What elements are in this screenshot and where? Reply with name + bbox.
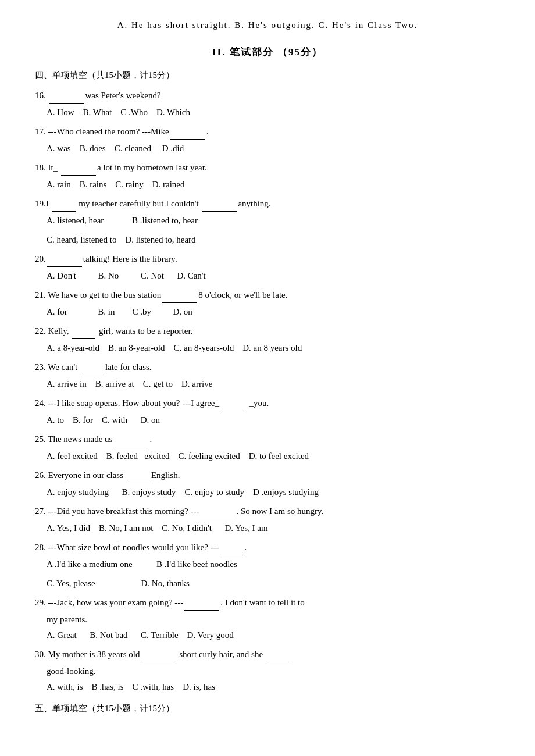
question-19: 19.I my teacher carefully but I couldn't…	[35, 196, 500, 248]
question-28: 28. ---What size bowl of noodles would y…	[35, 540, 500, 591]
question-21: 21. We have to get to the bus station8 o…	[35, 287, 500, 320]
q26-options: A. enjoy studying B. enjoys study C. enj…	[47, 484, 500, 500]
question-29: 29. ---Jack, how was your exam going? --…	[35, 595, 500, 643]
top-line: A. He has short straight. B. He's outgoi…	[35, 17, 500, 33]
q28-text: 28. ---What size bowl of noodles would y…	[35, 540, 500, 555]
q19-options-1: A. listened, hear B .listened to, hear	[47, 213, 500, 229]
q16-text: 16. was Peter's weekend?	[35, 88, 500, 104]
q30-text: 30. My mother is 38 years old short curl…	[35, 647, 500, 662]
q18-text: 18. It_ a lot in my hometown last year.	[35, 160, 500, 176]
q24-text: 24. ---I like soap operas. How about you…	[35, 395, 500, 411]
question-18: 18. It_ a lot in my hometown last year. …	[35, 160, 500, 192]
q29-text: 29. ---Jack, how was your exam going? --…	[35, 595, 500, 611]
q21-text: 21. We have to get to the bus station8 o…	[35, 287, 500, 303]
q27-options: A. Yes, I did B. No, I am not C. No, I d…	[47, 520, 500, 536]
q30-options: A. with, is B .has, is C .with, has D. i…	[47, 679, 500, 695]
question-30: 30. My mother is 38 years old short curl…	[35, 647, 500, 695]
section2-header: II. 笔试部分 （95分）	[35, 44, 500, 62]
q17-options: A. was B. does C. cleaned D .did	[47, 141, 500, 156]
q19-text: 19.I my teacher carefully but I couldn't…	[35, 196, 500, 212]
q21-options: A. for B. in C .by D. on	[47, 304, 500, 320]
q25-text: 25. The news made us.	[35, 432, 500, 447]
section5-header: 五、单项填空（共15小题，计15分）	[35, 701, 500, 716]
q20-text: 20.talking! Here is the library.	[35, 251, 500, 267]
q16-options: A. How B. What C .Who D. Which	[47, 105, 500, 120]
q20-options: A. Don't B. No C. Not D. Can't	[47, 268, 500, 284]
question-26: 26. Everyone in our class English. A. en…	[35, 468, 500, 500]
question-24: 24. ---I like soap operas. How about you…	[35, 395, 500, 428]
q19-options-2: C. heard, listened to D. listened to, he…	[47, 232, 500, 248]
question-22: 22. Kelly, girl, wants to be a reporter.…	[35, 323, 500, 356]
q23-options: A. arrive in B. arrive at C. get to D. a…	[47, 376, 500, 392]
q29-options: A. Great B. Not bad C. Terrible D. Very …	[47, 627, 500, 643]
q27-text: 27. ---Did you have breakfast this morni…	[35, 504, 500, 519]
section4-header: 四、单项填空（共15小题，计15分）	[35, 67, 500, 83]
q30-text-cont: good-looking.	[47, 664, 500, 679]
q18-options: A. rain B. rains C. rainy D. rained	[47, 177, 500, 192]
question-16: 16. was Peter's weekend? A. How B. What …	[35, 88, 500, 120]
q28-options-1: A .I'd like a medium one B .I'd like bee…	[47, 557, 500, 572]
question-17: 17. ---Who cleaned the room? ---Mike. A.…	[35, 124, 500, 156]
question-27: 27. ---Did you have breakfast this morni…	[35, 504, 500, 536]
q24-options: A. to B. for C. with D. on	[47, 412, 500, 428]
question-20: 20.talking! Here is the library. A. Don'…	[35, 251, 500, 284]
q22-options: A. a 8-year-old B. an 8-year-old C. an 8…	[47, 340, 500, 356]
question-25: 25. The news made us. A. feel excited B.…	[35, 432, 500, 464]
q22-text: 22. Kelly, girl, wants to be a reporter.	[35, 323, 500, 339]
q29-text-cont: my parents.	[47, 612, 500, 627]
q23-text: 23. We can't late for class.	[35, 359, 500, 375]
question-23: 23. We can't late for class. A. arrive i…	[35, 359, 500, 392]
q28-options-2: C. Yes, please D. No, thanks	[47, 576, 500, 591]
q25-options: A. feel excited B. feeled excited C. fee…	[47, 448, 500, 464]
q26-text: 26. Everyone in our class English.	[35, 468, 500, 483]
q17-text: 17. ---Who cleaned the room? ---Mike.	[35, 124, 500, 140]
